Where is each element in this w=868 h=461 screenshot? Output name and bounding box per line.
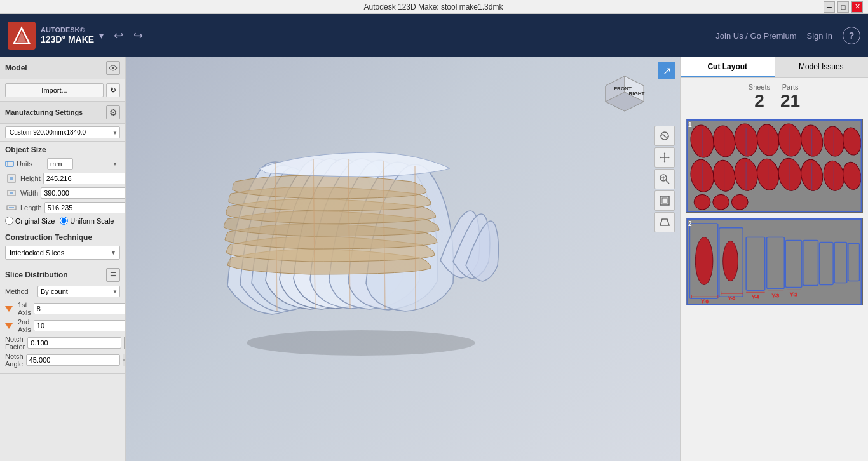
sheet2-preview[interactable]: 2 [686, 218, 863, 305]
viewport[interactable]: ↗ FRONT RIGHT [126, 57, 680, 461]
minimize-button[interactable]: ─ [824, 1, 835, 13]
width-icon [5, 187, 18, 199]
3d-model [177, 95, 545, 362]
fit-icon [659, 195, 670, 206]
notch-factor-input[interactable] [27, 337, 121, 349]
header-nav: ↩ ↪ [114, 29, 143, 43]
axis1-triangle-icon [5, 306, 13, 312]
width-label: Width [20, 189, 38, 197]
svg-line-36 [667, 219, 669, 225]
model-section-header: Model [0, 57, 125, 79]
svg-text:RIGHT: RIGHT [629, 91, 645, 97]
units-row: Units mm in cm [5, 158, 120, 170]
undo-button[interactable]: ↩ [114, 29, 123, 43]
svg-rect-32 [660, 196, 669, 205]
header-right: Join Us / Go Premium Sign In ? [715, 27, 860, 44]
sheet1-preview[interactable]: 1 [686, 119, 863, 213]
sign-in-link[interactable]: Sign In [807, 31, 832, 41]
length-icon [5, 201, 18, 214]
width-row: Width ▲ ▼ [5, 187, 120, 199]
machine-preset-select[interactable]: Custom 920.00mmx1840.0 [5, 126, 120, 138]
right-tabs: Cut Layout Model Issues [681, 57, 868, 78]
svg-text:Y-2: Y-2 [790, 291, 797, 297]
left-panel: Model Import... ↻ Manufacturing Settings… [0, 57, 126, 461]
zoom-tool-button[interactable] [654, 169, 675, 189]
header-left: AUTODESK® 123D° MAKE ▾ ↩ ↪ [8, 22, 143, 50]
orbit-icon [659, 130, 670, 142]
join-premium-link[interactable]: Join Us / Go Premium [715, 31, 796, 41]
perspective-tool-button[interactable] [654, 212, 675, 232]
method-label: Method [5, 288, 34, 295]
model-visibility-button[interactable] [106, 61, 120, 75]
axis1-row: 1st Axis ▲ ▼ [5, 301, 120, 316]
close-button[interactable]: ✕ [851, 1, 863, 13]
height-input[interactable] [43, 173, 126, 184]
manufacturing-settings-button[interactable]: ⚙ [106, 105, 120, 119]
svg-point-82 [695, 237, 713, 285]
construction-technique-section: Construction Technique Interlocked Slice… [0, 229, 125, 264]
axis2-input[interactable] [34, 320, 126, 331]
tab-model-issues[interactable]: Model Issues [775, 57, 869, 77]
object-size-title: Object Size [5, 145, 120, 154]
machine-preset-area: Custom 920.00mmx1840.0 ▼ [0, 124, 125, 142]
svg-line-29 [666, 180, 669, 184]
window-controls: ─ □ ✕ [824, 1, 863, 13]
app-header: AUTODESK® 123D° MAKE ▾ ↩ ↪ Join Us / Go … [0, 14, 868, 57]
notch-angle-label: Notch Angle [5, 352, 24, 368]
nav-cube[interactable]: FRONT RIGHT [596, 63, 653, 121]
svg-rect-3 [6, 161, 13, 166]
dropdown-arrow-icon[interactable]: ▾ [99, 30, 104, 41]
svg-point-54 [694, 194, 710, 210]
gear-icon: ⚙ [109, 107, 118, 117]
technique-select[interactable]: Interlocked Slices Stacked Slices Curve … [5, 246, 120, 260]
pan-tool-button[interactable] [654, 147, 675, 168]
length-input[interactable] [44, 202, 126, 213]
nav-expand-button[interactable]: ↗ [658, 62, 675, 79]
sheet1-number: 1 [688, 121, 692, 128]
sheet1-svg [686, 119, 862, 212]
notch-angle-input[interactable] [26, 354, 120, 366]
length-row: Length ▲ ▼ [5, 201, 120, 214]
redo-button[interactable]: ↪ [133, 29, 143, 43]
sheets-label: Sheets [749, 83, 770, 91]
slice-distribution-title: Slice Distribution [5, 271, 68, 279]
orbit-tool-button[interactable] [654, 126, 675, 146]
menu-icon: ☰ [110, 271, 116, 279]
notch-factor-row: Notch Factor ▲ ▼ [5, 335, 120, 351]
notch-angle-row: Notch Angle ▲ ▼ [5, 352, 120, 368]
svg-marker-24 [663, 152, 666, 154]
parts-value: 21 [780, 91, 800, 111]
fit-tool-button[interactable] [654, 190, 675, 211]
maximize-button[interactable]: □ [837, 1, 849, 13]
tab-cut-layout[interactable]: Cut Layout [681, 57, 775, 77]
manufacturing-section-header: Manufacturing Settings ⚙ [0, 102, 125, 124]
logo-text: AUTODESK® 123D° MAKE [41, 26, 94, 45]
method-select[interactable]: By count By distance [37, 286, 120, 297]
help-button[interactable]: ? [843, 27, 860, 44]
import-button[interactable]: Import... [5, 83, 104, 97]
app-logo-icon [8, 22, 36, 50]
original-size-option[interactable]: Original Size [5, 217, 55, 225]
width-input[interactable] [41, 187, 126, 199]
svg-rect-8 [10, 192, 13, 194]
refresh-button[interactable]: ↻ [106, 83, 120, 97]
title-bar: Autodesk 123D Make: stool make1.3dmk ─ □… [0, 0, 868, 14]
parts-stat: Parts 21 [780, 83, 800, 111]
svg-point-17 [247, 330, 475, 356]
axis1-label: 1st Axis [18, 301, 31, 316]
axis1-input[interactable] [34, 303, 126, 314]
method-row: Method By count By distance [5, 286, 120, 297]
slice-distribution-header: Slice Distribution ☰ [5, 268, 120, 282]
svg-point-2 [112, 67, 114, 69]
slice-distribution-menu-button[interactable]: ☰ [106, 268, 120, 282]
units-select[interactable]: mm in cm [47, 158, 73, 170]
svg-text:Y-6: Y-6 [701, 298, 709, 304]
uniform-scale-radio[interactable] [60, 217, 68, 225]
import-area: Import... ↻ [0, 79, 125, 102]
size-options: Original Size Uniform Scale [5, 217, 120, 225]
svg-rect-33 [662, 198, 667, 203]
uniform-scale-option[interactable]: Uniform Scale [60, 217, 114, 225]
height-row: Height ▲ ▼ [5, 172, 120, 185]
window-title: Autodesk 123D Make: stool make1.3dmk [43, 3, 824, 11]
original-size-radio[interactable] [5, 217, 13, 225]
